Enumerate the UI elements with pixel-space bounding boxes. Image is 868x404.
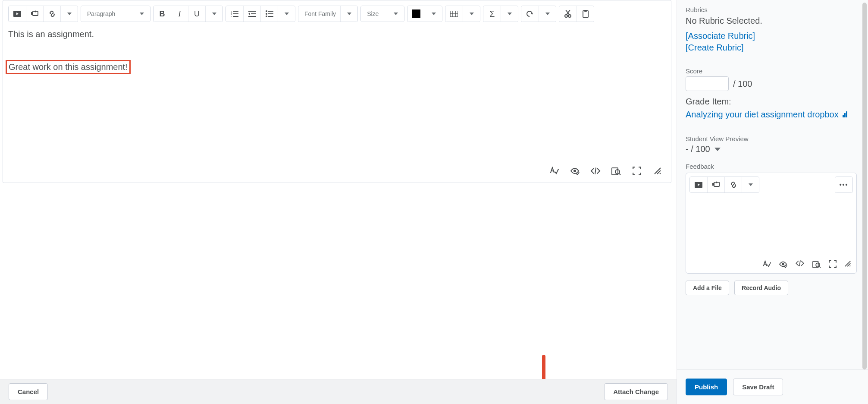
svg-point-42 [573,170,576,172]
chevron-down-icon [394,13,398,15]
add-file-button[interactable]: Add a File [686,281,729,295]
svg-point-55 [716,182,718,183]
paragraph-style-dropdown[interactable] [133,6,150,22]
rubrics-status: No Rubric Selected. [686,16,857,26]
table-dropdown[interactable] [463,6,480,22]
publish-button[interactable]: Publish [686,379,727,395]
sidebar-scrollbar[interactable] [862,3,867,369]
create-rubric-link[interactable]: [Create Rubric] [686,43,744,53]
editor-content-area[interactable]: This is an assignment. Great work on thi… [3,25,671,163]
chevron-down-icon [347,13,351,15]
svg-rect-9 [233,11,238,12]
undo-dropdown[interactable] [539,6,556,22]
svg-marker-34 [531,13,533,15]
svg-point-60 [816,263,820,267]
accessibility-check-button[interactable] [569,165,580,177]
text-color-dropdown[interactable] [425,6,442,22]
paragraph-style-select[interactable]: Paragraph [81,6,133,22]
editor-text-line: This is an assignment. [8,28,666,40]
editor-toolbar: Paragraph B I U 123 [3,0,671,25]
student-view-dropdown[interactable] [714,148,721,151]
font-family-label: Font Family [304,10,336,17]
svg-point-18 [266,10,267,12]
fb-fullscreen-button[interactable] [829,260,837,268]
chevron-down-icon [212,13,216,15]
undo-button[interactable] [521,6,539,22]
associate-rubric-link[interactable]: [Associate Rubric] [686,31,755,41]
html-source-button[interactable] [590,165,601,177]
annotation-highlight-box: Great work on this assignment! [6,60,131,74]
svg-marker-24 [285,13,289,15]
bold-button[interactable]: B [154,6,171,22]
underline-button[interactable]: U [188,6,205,22]
preview-button[interactable] [611,165,622,177]
text-format-dropdown[interactable] [205,6,222,22]
resize-handle[interactable] [652,165,663,177]
fb-insert-video-button[interactable] [690,177,707,193]
record-audio-button[interactable]: Record Audio [734,281,788,295]
fb-more-button[interactable]: ••• [835,177,852,193]
svg-text:3: 3 [231,16,232,17]
svg-marker-32 [470,13,474,15]
fullscreen-button[interactable] [631,165,642,177]
chevron-down-icon [67,13,72,15]
grades-icon[interactable] [843,111,847,117]
save-draft-button[interactable]: Save Draft [733,379,783,395]
svg-marker-35 [545,13,550,15]
svg-rect-11 [233,13,238,14]
svg-rect-17 [248,16,256,17]
chevron-down-icon [285,13,289,15]
paste-button[interactable] [577,6,594,22]
svg-marker-7 [212,13,216,15]
feedback-label: Feedback [686,163,857,170]
svg-marker-33 [508,13,512,15]
chevron-down-icon [749,183,753,186]
fb-accessibility-button[interactable] [779,260,787,268]
font-family-dropdown[interactable] [340,6,357,22]
equation-dropdown[interactable] [501,6,518,22]
font-size-dropdown[interactable] [387,6,404,22]
svg-marker-6 [140,13,144,15]
outdent-button[interactable] [243,6,260,22]
evaluation-sidebar: Rubrics No Rubric Selected. [Associate R… [677,0,868,404]
cancel-button[interactable]: Cancel [9,383,48,400]
svg-rect-21 [268,13,273,14]
svg-rect-23 [268,16,273,17]
editor-footer-toolbar [3,163,671,183]
font-family-select[interactable]: Font Family [298,6,340,22]
svg-marker-5 [67,13,72,15]
insert-link-button[interactable] [43,6,60,22]
fb-resize-handle[interactable] [844,260,851,268]
spellcheck-button[interactable] [548,165,560,177]
svg-marker-57 [749,183,753,186]
font-size-select[interactable]: Size [361,6,387,22]
chevron-down-icon [508,13,512,15]
insert-video-button[interactable] [9,6,26,22]
insert-more-dropdown[interactable] [60,6,78,22]
bottom-action-bar: Cancel Attach Change [0,379,677,404]
svg-rect-19 [268,11,273,12]
grade-item-link[interactable]: Analyzing your diet assignment dropbox [686,108,839,120]
fb-html-button[interactable] [795,260,805,268]
fb-preview-button[interactable] [812,260,821,268]
feedback-content-area[interactable] [686,196,856,257]
svg-rect-41 [584,10,587,12]
cut-button[interactable] [559,6,577,22]
attach-change-button[interactable]: Attach Change [604,383,668,400]
bullet-list-button[interactable] [260,6,278,22]
list-dropdown[interactable] [278,6,295,22]
equation-button[interactable]: Σ [483,6,501,22]
svg-line-48 [660,173,661,174]
fb-insert-link-button[interactable] [724,177,742,193]
insert-image-button[interactable] [26,6,43,22]
fb-insert-dropdown[interactable] [742,177,759,193]
svg-rect-4 [31,12,32,15]
numbered-list-button[interactable]: 123 [226,6,243,22]
text-color-button[interactable] [407,6,425,22]
rubrics-label: Rubrics [686,6,857,13]
score-input[interactable] [686,76,729,91]
fb-spellcheck-button[interactable] [762,260,771,268]
table-button[interactable] [445,6,463,22]
fb-insert-image-button[interactable] [707,177,724,193]
italic-button[interactable]: I [171,6,188,22]
